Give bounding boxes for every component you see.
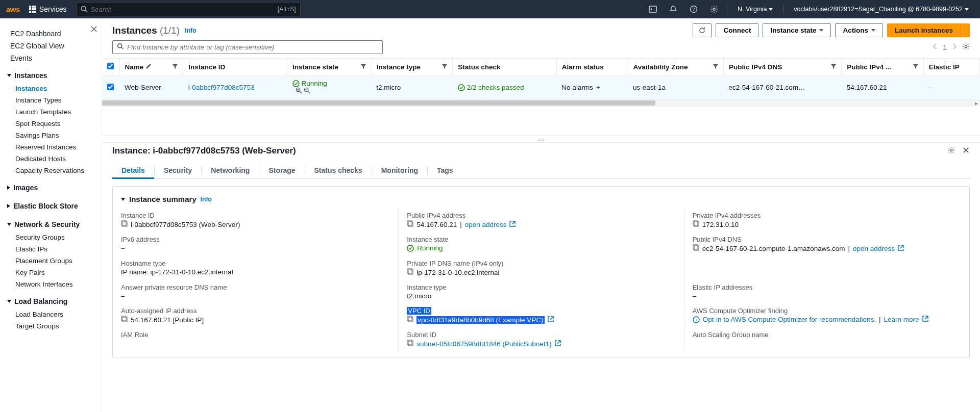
learn-more-link[interactable]: Learn more <box>884 316 919 323</box>
copy-icon[interactable] <box>407 220 413 228</box>
filter-icon[interactable] <box>713 63 718 71</box>
zoom-out-icon[interactable] <box>304 88 310 95</box>
panel-resize-handle[interactable]: ═ <box>102 136 980 143</box>
search-shortcut-hint: [Alt+S] <box>278 6 296 13</box>
global-search[interactable]: [Alt+S] <box>76 2 301 16</box>
copy-icon[interactable] <box>407 268 413 276</box>
sidebar-item-placement[interactable]: Placement Groups <box>15 255 102 267</box>
sidebar-item-eip[interactable]: Elastic IPs <box>15 243 102 255</box>
open-address-link[interactable]: open address <box>465 221 507 228</box>
add-alarm-icon[interactable]: + <box>596 84 600 91</box>
sidebar-item-launch-templates[interactable]: Launch Templates <box>15 106 102 118</box>
instances-table: Name Instance ID Instance state Instance… <box>102 58 980 136</box>
close-detail-icon[interactable] <box>962 146 970 156</box>
help-icon[interactable]: ? <box>686 5 701 13</box>
chevron-down-icon[interactable] <box>121 198 125 201</box>
actions-button[interactable]: Actions <box>835 23 883 37</box>
col-dns[interactable]: Public IPv4 DNS <box>723 59 841 75</box>
table-row[interactable]: Web-Server i-0abbcf977d08c5753 Running t… <box>102 75 980 100</box>
account-menu[interactable]: voclabs/user2882912=Sagar_Chamling @ 678… <box>789 6 974 13</box>
col-az[interactable]: Availability Zone <box>628 59 723 75</box>
col-state[interactable]: Instance state <box>287 59 372 75</box>
notifications-icon[interactable] <box>666 5 681 13</box>
cloudshell-icon[interactable] <box>645 5 660 13</box>
sidebar-item-tg[interactable]: Target Groups <box>15 320 102 332</box>
instance-filter-input[interactable] <box>127 43 378 51</box>
page-next[interactable] <box>952 43 957 52</box>
copy-icon[interactable] <box>121 316 128 324</box>
filter-icon[interactable] <box>173 63 178 71</box>
copy-icon[interactable] <box>407 340 413 348</box>
close-sidebar-icon[interactable] <box>90 25 97 34</box>
copy-icon[interactable] <box>121 220 128 228</box>
sidebar-item-dedicated[interactable]: Dedicated Hosts <box>15 153 102 165</box>
tab-status[interactable]: Status checks <box>305 162 372 178</box>
copy-icon[interactable] <box>693 220 699 228</box>
sidebar-section-ebs[interactable]: Elastic Block Store <box>0 195 102 213</box>
edit-icon[interactable] <box>145 63 152 71</box>
settings-icon[interactable] <box>706 5 722 13</box>
col-type[interactable]: Instance type <box>371 59 452 75</box>
sidebar-item-keypairs[interactable]: Key Pairs <box>15 267 102 278</box>
filter-icon[interactable] <box>442 63 447 71</box>
filter-icon[interactable] <box>831 63 836 71</box>
zoom-in-icon[interactable] <box>296 88 302 95</box>
instance-filter[interactable] <box>112 40 383 54</box>
refresh-button[interactable] <box>693 23 712 37</box>
tab-security[interactable]: Security <box>155 162 201 178</box>
sidebar-section-images[interactable]: Images <box>0 176 102 195</box>
region-selector[interactable]: N. Virginia <box>732 6 778 13</box>
sidebar-item-eni[interactable]: Network Interfaces <box>15 278 102 290</box>
sidebar-section-instances[interactable]: Instances <box>0 64 102 83</box>
sidebar-item-reserved[interactable]: Reserved Instances <box>15 141 102 153</box>
launch-instances-dropdown[interactable] <box>961 23 970 37</box>
col-name[interactable]: Name <box>119 59 183 75</box>
page-prev[interactable] <box>933 43 938 52</box>
filter-icon[interactable] <box>361 63 366 71</box>
optimizer-link[interactable]: Opt-in to AWS Compute Optimizer for reco… <box>703 316 876 323</box>
connect-button[interactable]: Connect <box>716 23 758 37</box>
col-ip[interactable]: Public IPv4 ... <box>842 59 924 75</box>
tab-monitoring[interactable]: Monitoring <box>372 162 427 178</box>
info-link[interactable]: Info <box>201 196 212 203</box>
info-link[interactable]: Info <box>185 27 197 34</box>
col-alarm[interactable]: Alarm status <box>556 59 628 75</box>
horizontal-scrollbar[interactable]: ◄► <box>102 99 980 107</box>
sidebar-item-savings[interactable]: Savings Plans <box>15 130 102 141</box>
sidebar-item-capacity[interactable]: Capacity Reservations <box>15 165 102 176</box>
select-all-checkbox[interactable] <box>107 63 114 69</box>
tab-storage[interactable]: Storage <box>259 162 304 178</box>
cell-instance-id[interactable]: i-0abbcf977d08c5753 <box>188 84 255 91</box>
sidebar-item-dashboard[interactable]: EC2 Dashboard <box>10 28 91 40</box>
svg-text:?: ? <box>692 7 695 12</box>
filter-icon[interactable] <box>913 63 918 71</box>
global-search-input[interactable] <box>91 6 296 13</box>
sidebar-section-netsec[interactable]: Network & Security <box>0 213 102 231</box>
tab-networking[interactable]: Networking <box>202 162 259 178</box>
sidebar-section-lb[interactable]: Load Balancing <box>0 290 102 308</box>
aws-logo[interactable]: aws <box>6 5 20 14</box>
sidebar-item-spot[interactable]: Spot Requests <box>15 118 102 130</box>
instance-state-button[interactable]: Instance state <box>763 23 831 37</box>
vpc-link[interactable]: vpc-0df31a9da8b0b9d68 (Example VPC) <box>416 316 544 324</box>
launch-instances-button[interactable]: Launch instances <box>887 23 961 37</box>
col-status[interactable]: Status check <box>453 59 557 75</box>
table-settings-icon[interactable] <box>962 43 970 52</box>
tab-details[interactable]: Details <box>112 162 154 178</box>
row-checkbox[interactable] <box>107 84 114 90</box>
services-menu[interactable]: Services <box>25 3 71 15</box>
tab-tags[interactable]: Tags <box>428 162 462 178</box>
sidebar-item-sg[interactable]: Security Groups <box>15 231 102 243</box>
col-eip[interactable]: Elastic IP <box>923 59 979 75</box>
detail-settings-icon[interactable] <box>947 146 955 156</box>
copy-icon[interactable] <box>693 244 699 252</box>
sidebar-item-instances[interactable]: Instances <box>15 83 102 94</box>
sidebar-item-instance-types[interactable]: Instance Types <box>15 94 102 106</box>
col-id[interactable]: Instance ID <box>183 59 287 75</box>
open-address-link[interactable]: open address <box>853 245 895 252</box>
sidebar-item-global-view[interactable]: EC2 Global View <box>10 40 91 52</box>
copy-icon[interactable] <box>407 316 413 324</box>
subnet-link[interactable]: subnet-05fc067598dfd1846 (PublicSubnet1) <box>416 340 551 348</box>
sidebar-item-events[interactable]: Events <box>10 52 91 64</box>
sidebar-item-lb[interactable]: Load Balancers <box>15 308 102 320</box>
